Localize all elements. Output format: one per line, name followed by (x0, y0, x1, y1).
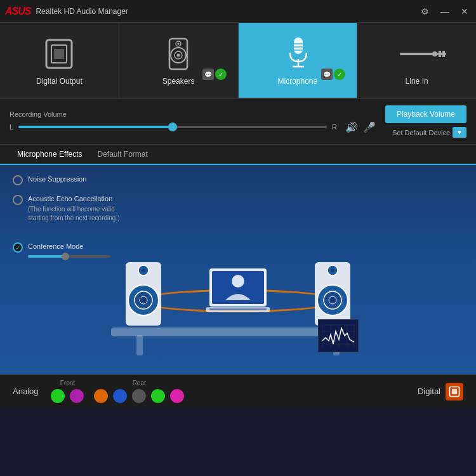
center-illustration: → ← (117, 178, 359, 355)
conference-mode-slider-thumb[interactable] (62, 253, 69, 260)
svg-point-26 (142, 268, 145, 272)
volume-slider-row: L R 🔊 🎤 (10, 121, 376, 133)
tab-speakers[interactable]: 💬 ✓ Speakers (119, 23, 239, 98)
line-in-label: Line In (406, 77, 428, 86)
microphone-badges: 💬 ✓ (321, 69, 345, 80)
default-device-dropdown[interactable]: Set Default Device ▼ (392, 127, 466, 138)
svg-point-30 (329, 296, 336, 304)
digital-group: Digital (418, 383, 463, 400)
recording-volume-label: Recording Volume (10, 110, 376, 118)
app-logo: ASUS Realtek HD Audio Manager (5, 6, 128, 17)
conference-mode-slider[interactable] (28, 255, 110, 258)
front-connectors-row (51, 389, 84, 403)
rear-connector-4[interactable] (151, 389, 165, 403)
svg-point-32 (331, 268, 334, 272)
digital-output-icon (40, 35, 78, 73)
acoustic-echo-label: Acoustic Echo Cancellation (28, 194, 120, 204)
svg-point-8 (178, 43, 180, 45)
laptop-illustration (200, 265, 276, 329)
minimize-button[interactable]: — (438, 5, 452, 18)
svg-rect-37 (209, 308, 267, 310)
desk-surface (111, 327, 327, 336)
speakers-icon (159, 35, 197, 73)
digital-output-label: Digital Output (36, 77, 83, 86)
recording-volume-section: Recording Volume L R 🔊 🎤 (10, 110, 376, 133)
svg-point-6 (177, 54, 180, 57)
front-connector-group: Front (51, 380, 84, 403)
controls-area: Recording Volume L R 🔊 🎤 Playback Volume… (0, 99, 476, 145)
digital-icon[interactable] (446, 383, 463, 400)
svg-rect-18 (439, 51, 441, 57)
microphone-volume-icon[interactable]: 🎤 (363, 121, 376, 133)
line-in-icon (398, 35, 436, 73)
analog-label: Analog (13, 387, 38, 396)
noise-suppression-checkbox[interactable] (13, 175, 23, 185)
title-bar: ASUS Realtek HD Audio Manager ⚙ — ✕ (0, 0, 476, 23)
microphone-chat-badge: 💬 (321, 69, 333, 80)
settings-button[interactable]: ⚙ (418, 5, 432, 18)
effect-tabs: Microphone Effects Default Format (0, 145, 476, 165)
volume-icons: 🔊 🎤 (345, 121, 376, 133)
microphone-label: Microphone (278, 77, 318, 86)
window-controls: ⚙ — ✕ (418, 5, 471, 18)
tab-default-format[interactable]: Default Format (90, 145, 155, 165)
conference-mode-slider-fill (28, 255, 65, 258)
speakers-label: Speakers (162, 77, 195, 86)
svg-rect-20 (442, 51, 445, 57)
playback-volume-button[interactable]: Playback Volume (385, 105, 466, 123)
main-content: Noise Suppression Acoustic Echo Cancella… (0, 165, 476, 374)
rear-connector-5[interactable] (170, 389, 184, 403)
conference-mode-slider-row (28, 255, 110, 258)
speakers-badges: 💬 ✓ (202, 69, 227, 80)
microphone-check-badge: ✓ (334, 69, 345, 80)
microphone-icon (279, 35, 317, 73)
conference-mode-checkbox[interactable] (13, 242, 23, 253)
acoustic-echo-note: (The function will become validstarting … (28, 205, 120, 223)
noise-suppression-label: Noise Suppression (28, 175, 86, 184)
rear-connector-1[interactable] (94, 389, 108, 403)
recording-volume-slider[interactable] (18, 126, 327, 128)
svg-rect-2 (54, 49, 64, 59)
speakers-check-badge: ✓ (215, 69, 227, 80)
dropdown-arrow-icon[interactable]: ▼ (453, 127, 466, 138)
rear-connector-group: Rear (94, 380, 184, 403)
asus-logo-text: ASUS (5, 6, 30, 17)
tab-microphone[interactable]: 💬 ✓ Microphone (239, 23, 358, 98)
right-speaker-illustration (310, 259, 355, 329)
eq-icon (318, 319, 359, 352)
left-speaker-illustration (121, 259, 166, 329)
svg-rect-9 (294, 37, 303, 54)
speaker-mute-icon[interactable]: 🔊 (345, 121, 358, 133)
front-connector-1[interactable] (51, 389, 65, 403)
front-connector-2[interactable] (70, 389, 84, 403)
conference-mode-label: Conference Mode (28, 242, 110, 251)
rear-connectors-row (94, 389, 184, 403)
svg-point-24 (140, 296, 147, 304)
rear-connector-2[interactable] (113, 389, 127, 403)
slider-thumb[interactable] (168, 122, 177, 131)
tab-digital-output[interactable]: Digital Output (0, 23, 119, 98)
svg-point-16 (432, 51, 437, 56)
rear-label: Rear (133, 380, 147, 387)
desk-leg-left (136, 335, 143, 355)
front-label: Front (60, 380, 75, 387)
volume-right-label: R (332, 123, 337, 131)
app-title: Realtek HD Audio Manager (36, 7, 128, 16)
rear-connector-3[interactable] (132, 389, 146, 403)
svg-point-35 (232, 275, 244, 288)
right-controls: Playback Volume Set Default Device ▼ (385, 105, 466, 138)
tab-microphone-effects[interactable]: Microphone Effects (10, 145, 90, 165)
speakers-chat-badge: 💬 (202, 69, 214, 80)
volume-left-label: L (10, 123, 13, 131)
svg-rect-48 (452, 388, 457, 393)
close-button[interactable]: ✕ (458, 5, 471, 18)
tab-line-in[interactable]: Line In (357, 23, 476, 98)
device-tabs: Digital Output 💬 ✓ Speakers (0, 23, 476, 99)
digital-label: Digital (418, 387, 440, 396)
default-device-label: Set Default Device (392, 129, 450, 136)
acoustic-echo-checkbox[interactable] (13, 195, 23, 205)
bottom-bar: Analog Front Rear Digital (0, 374, 476, 407)
